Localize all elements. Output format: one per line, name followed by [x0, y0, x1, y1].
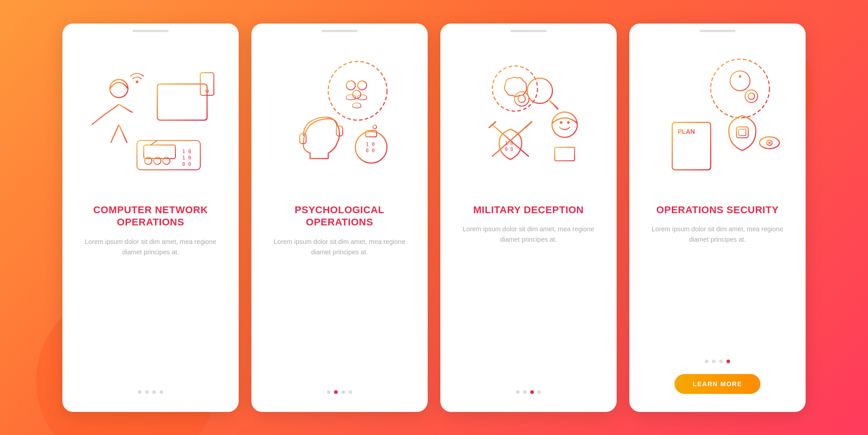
svg-text:0 0: 0 0: [182, 161, 191, 167]
svg-line-5: [119, 125, 127, 143]
learn-more-button[interactable]: LEARN MORE: [675, 374, 760, 394]
svg-point-45: [518, 95, 525, 103]
svg-text:1 0: 1 0: [182, 155, 191, 161]
dot-4: [538, 390, 541, 394]
svg-point-29: [358, 81, 367, 90]
card-3-title: MILITARY DECEPTION: [473, 204, 584, 216]
dot-3-active: [530, 390, 534, 394]
dot-4-active: [726, 360, 730, 363]
svg-line-6: [92, 116, 103, 125]
card-1-title: COMPUTER NETWORK OPERATIONS: [76, 204, 225, 229]
svg-point-30: [353, 90, 361, 98]
card-1-body: Lorem ipsum dolor sit dim amet, mea regi…: [76, 237, 225, 378]
svg-point-60: [567, 121, 570, 124]
dot-1: [327, 390, 330, 394]
svg-point-58: [552, 112, 577, 137]
card-3-illustration: 1 0 0 0: [440, 32, 617, 204]
svg-text:1 0: 1 0: [182, 149, 191, 154]
dot-1: [705, 360, 708, 363]
card-operations-security: PLAN: [629, 23, 806, 412]
card-computer-network: 1 0 1 0 0 0 COMPUTER NETWORK OPERATIONS …: [62, 23, 239, 412]
svg-rect-8: [157, 84, 207, 120]
dot-4: [160, 390, 163, 394]
svg-point-44: [514, 92, 529, 106]
svg-point-59: [560, 121, 562, 124]
svg-rect-19: [144, 145, 175, 159]
card-4-illustration: PLAN: [629, 32, 806, 204]
svg-point-7: [136, 80, 138, 83]
dot-2: [145, 390, 149, 394]
svg-point-40: [373, 125, 377, 129]
svg-point-69: [748, 93, 755, 99]
dot-1: [138, 390, 142, 394]
card-1-dots: [138, 390, 163, 394]
svg-line-4: [111, 125, 119, 143]
svg-text:0 0: 0 0: [366, 148, 375, 154]
svg-text:PLAN: PLAN: [678, 128, 695, 135]
card-4-dots: [705, 360, 730, 363]
dot-3: [152, 390, 156, 394]
svg-text:1 0: 1 0: [505, 141, 513, 146]
svg-rect-86: [739, 129, 746, 136]
card-4-body: Lorem ipsum dolor sit dim amet, mea regi…: [643, 224, 792, 347]
svg-point-37: [355, 131, 387, 163]
svg-point-43: [492, 66, 538, 111]
dot-4: [349, 390, 352, 394]
card-3-dots: [516, 390, 541, 394]
svg-text:1 0: 1 0: [366, 141, 375, 147]
dot-2-active: [334, 390, 338, 394]
card-1-illustration: 1 0 1 0 0 0: [62, 32, 239, 204]
card-2-body: Lorem ipsum dolor sit dim amet, mea regi…: [265, 237, 414, 378]
card-psychological: 1 0 0 0 PSYCHOLOGICAL OPERATIONS Lorem i…: [251, 23, 428, 412]
svg-line-51: [549, 100, 558, 109]
dot-3: [341, 390, 345, 394]
dot-3: [719, 360, 723, 363]
card-military: 1 0 0 0 MILITARY DECEPTION Lorem ipsum d…: [440, 23, 617, 412]
card-2-dots: [327, 390, 352, 394]
svg-point-68: [745, 90, 758, 103]
svg-line-3: [119, 104, 132, 112]
dot-2: [523, 390, 527, 394]
svg-point-28: [346, 81, 355, 90]
svg-point-67: [739, 75, 741, 77]
card-2-title: PSYCHOLOGICAL OPERATIONS: [265, 204, 414, 229]
svg-line-55: [525, 122, 532, 128]
svg-point-95: [769, 141, 771, 144]
dot-1: [516, 390, 519, 394]
svg-line-2: [103, 104, 119, 116]
svg-rect-85: [736, 127, 748, 138]
dot-2: [712, 360, 716, 363]
card-3-body: Lorem ipsum dolor sit dim amet, mea regi…: [454, 224, 603, 378]
card-2-illustration: 1 0 0 0: [251, 32, 428, 204]
card-4-title: OPERATIONS SECURITY: [656, 204, 779, 216]
cards-container: 1 0 1 0 0 0 COMPUTER NETWORK OPERATIONS …: [44, 5, 824, 430]
svg-text:0 0: 0 0: [505, 147, 513, 152]
svg-line-23: [151, 140, 157, 145]
